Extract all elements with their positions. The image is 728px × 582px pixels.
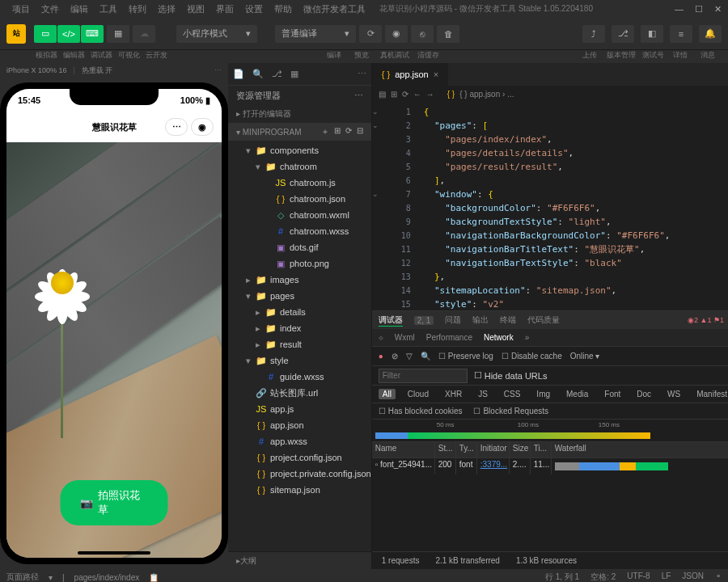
tab-output[interactable]: 输出 xyxy=(472,314,489,326)
tree-item[interactable]: ▸📁details xyxy=(228,304,371,320)
subtab-perf[interactable]: Performance xyxy=(426,333,472,342)
editor-toggle[interactable]: </> xyxy=(57,25,80,43)
filter-cloud[interactable]: Cloud xyxy=(404,389,433,399)
debugger-toggle[interactable]: ⌨ xyxy=(81,25,104,43)
tab-terminal[interactable]: 终端 xyxy=(500,314,516,326)
hot-reload-label[interactable]: 热重载 开 xyxy=(82,65,113,76)
visual-toggle[interactable]: ▦ xyxy=(107,25,129,43)
filter-font[interactable]: Font xyxy=(600,389,624,399)
messages-button[interactable]: 🔔 xyxy=(699,25,722,43)
page-path[interactable]: pages/index/index xyxy=(74,573,140,582)
new-file-icon[interactable]: ＋ xyxy=(321,126,329,137)
code-editor[interactable]: { "pages": [ "pages/index/index", "pages… xyxy=(417,102,728,310)
close-icon[interactable]: ✕ xyxy=(714,4,722,15)
more-tabs-icon[interactable]: » xyxy=(525,333,530,342)
filter-icon[interactable]: ▽ xyxy=(406,352,413,361)
preview-button[interactable]: ◉ xyxy=(385,25,408,43)
project-section[interactable]: ▾ MINIPROGRAM ＋ ⊞ ⟳ ⊟ xyxy=(228,123,371,141)
menu-project[interactable]: 项目 xyxy=(6,3,36,15)
tree-item[interactable]: #guide.wxss xyxy=(228,369,371,385)
menu-file[interactable]: 文件 xyxy=(36,3,65,15)
encoding[interactable]: UTF-8 xyxy=(627,571,650,582)
eol[interactable]: LF xyxy=(662,571,671,582)
test-button[interactable]: ◧ xyxy=(641,25,663,43)
timeline[interactable]: 50 ms 100 ms 150 ms xyxy=(372,420,728,442)
menu-wechat[interactable]: 微信开发者工具 xyxy=(298,3,371,15)
tree-item[interactable]: 🔗站长图库.url xyxy=(228,385,371,401)
tree-item[interactable]: { }project.private.config.json xyxy=(228,466,371,482)
menu-help[interactable]: 帮助 xyxy=(269,3,298,15)
tab-quality[interactable]: 代码质量 xyxy=(527,314,560,326)
language[interactable]: JSON xyxy=(682,571,704,582)
tree-item[interactable]: ▸📁images xyxy=(228,272,371,288)
menu-select[interactable]: 选择 xyxy=(152,3,181,15)
tree-item[interactable]: ▣photo.png xyxy=(228,255,371,272)
tree-item[interactable]: ▣dots.gif xyxy=(228,239,371,255)
menu-ui[interactable]: 界面 xyxy=(210,3,239,15)
upload-button[interactable]: ⤴ xyxy=(582,25,605,43)
spaces[interactable]: 空格: 2 xyxy=(590,571,616,582)
menu-goto[interactable]: 转到 xyxy=(123,3,152,15)
menu-settings[interactable]: 设置 xyxy=(239,3,269,15)
refresh-icon[interactable]: ⟳ xyxy=(345,126,352,137)
menu-view[interactable]: 视图 xyxy=(181,3,210,15)
tab-problems[interactable]: 问题 xyxy=(445,314,461,326)
tree-item[interactable]: { }app.json xyxy=(228,417,371,433)
tree-item[interactable]: ▸📁index xyxy=(228,320,371,336)
tab-debugger[interactable]: 调试器 xyxy=(379,314,403,327)
opened-editors-section[interactable]: ▸ 打开的编辑器 xyxy=(228,105,371,123)
capsule-menu-icon[interactable]: ⋯ xyxy=(165,118,188,136)
ext-tab-icon[interactable]: ▦ xyxy=(290,69,298,79)
tree-item[interactable]: ▾📁chatroom xyxy=(228,158,371,175)
tree-item[interactable]: #chatroom.wxss xyxy=(228,223,371,239)
menu-tools[interactable]: 工具 xyxy=(94,3,123,15)
version-button[interactable]: ⎇ xyxy=(612,25,634,43)
tree-item[interactable]: ▾📁pages xyxy=(228,288,371,304)
simulator-toggle[interactable]: ▭ xyxy=(34,25,57,43)
cursor-pos[interactable]: 行 1, 列 1 xyxy=(545,571,579,582)
mode-dropdown[interactable]: 小程序模式▾ xyxy=(176,25,257,43)
explorer-more-icon[interactable]: ⋯ xyxy=(354,91,363,101)
clear-icon[interactable]: ⊘ xyxy=(392,352,398,361)
tree-item[interactable]: ◇chatroom.wxml xyxy=(228,207,371,223)
tree-item[interactable]: { }project.config.json xyxy=(228,449,371,466)
new-folder-icon[interactable]: ⊞ xyxy=(334,126,341,137)
filter-js[interactable]: JS xyxy=(474,389,492,399)
breadcrumb[interactable]: ▤⊞⟳←→ { } { } app.json › ... xyxy=(372,86,728,102)
tab-close-icon[interactable]: × xyxy=(434,70,438,79)
collapse-icon[interactable]: ⊟ xyxy=(357,126,363,137)
filter-img[interactable]: Img xyxy=(532,389,554,399)
compile-button[interactable]: ⟳ xyxy=(359,25,382,43)
subtab-network[interactable]: Network xyxy=(484,333,514,342)
network-row[interactable]: ▫ font_254941... 200 font :3379... 2....… xyxy=(372,458,728,474)
record-icon[interactable]: ● xyxy=(379,352,383,361)
maximize-icon[interactable]: ☐ xyxy=(695,4,703,15)
search-tab-icon[interactable]: 🔍 xyxy=(252,69,264,79)
filter-doc[interactable]: Doc xyxy=(633,389,655,399)
subtab-wxml[interactable]: Wxml xyxy=(395,333,415,342)
minimize-icon[interactable]: — xyxy=(675,4,684,15)
cloud-toggle[interactable]: ☁ xyxy=(133,25,155,43)
tree-item[interactable]: { }chatroom.json xyxy=(228,191,371,207)
tab-app-json[interactable]: { } app.json × xyxy=(372,63,448,86)
tree-item[interactable]: ▾📁components xyxy=(228,142,371,158)
capsule-close-icon[interactable]: ◉ xyxy=(191,118,214,136)
filter-input[interactable] xyxy=(379,369,468,383)
outline-section[interactable]: ▸ 大纲 xyxy=(228,551,371,569)
inspect-icon[interactable]: ⟐ xyxy=(379,333,383,342)
tree-item[interactable]: ▸📁result xyxy=(228,336,371,352)
menu-edit[interactable]: 编辑 xyxy=(65,3,94,15)
tree-item[interactable]: { }sitemap.json xyxy=(228,482,371,498)
filter-xhr[interactable]: XHR xyxy=(441,389,466,399)
tree-item[interactable]: JSchatroom.js xyxy=(228,175,371,191)
git-tab-icon[interactable]: ⎇ xyxy=(272,69,282,79)
tree-item[interactable]: ▾📁style xyxy=(228,352,371,369)
online-dropdown[interactable]: Online ▾ xyxy=(570,352,600,361)
filter-ws[interactable]: WS xyxy=(663,389,684,399)
filter-css[interactable]: CSS xyxy=(500,389,525,399)
compile-dropdown[interactable]: 普通编译▾ xyxy=(275,25,356,43)
filter-media[interactable]: Media xyxy=(562,389,592,399)
tree-item[interactable]: #app.wxss xyxy=(228,433,371,449)
tree-item[interactable]: JSapp.js xyxy=(228,401,371,417)
explorer-tab-icon[interactable]: 📄 xyxy=(233,69,244,79)
